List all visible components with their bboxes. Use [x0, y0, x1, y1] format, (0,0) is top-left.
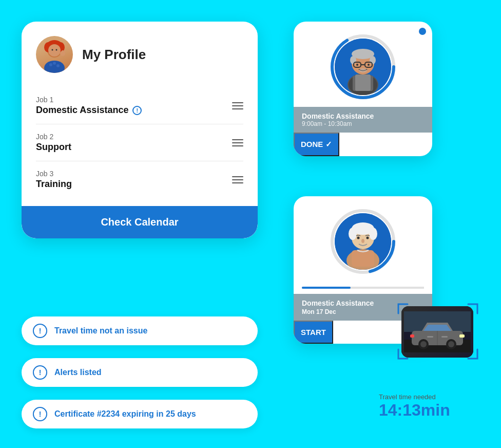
card-avatar-area-bottom	[294, 196, 432, 282]
menu-icon-job2[interactable]	[232, 139, 243, 146]
right-card-top: Domestic Assistance 9:00am - 10:30am DON…	[294, 22, 432, 156]
svg-rect-35	[352, 250, 374, 267]
svg-line-13	[64, 51, 65, 52]
svg-point-7	[53, 62, 56, 65]
done-button[interactable]: DONE ✓	[294, 133, 339, 156]
svg-point-9	[52, 49, 53, 51]
elder-woman-avatar	[335, 213, 391, 270]
start-button[interactable]: START	[294, 321, 333, 344]
elder-man-avatar	[335, 39, 391, 95]
service-name-top: Domestic Assistance	[302, 112, 424, 120]
alert-icon-2: !	[33, 365, 47, 380]
svg-point-38	[349, 228, 357, 240]
svg-point-41	[367, 237, 369, 239]
svg-point-4	[48, 44, 61, 57]
alert-icon-3: !	[33, 407, 47, 421]
left-profile-card: My Profile Job 1 Domestic Assistance ! J…	[22, 22, 258, 238]
info-icon-job1[interactable]: !	[132, 106, 142, 115]
job-item-1: Job 1 Domestic Assistance !	[36, 87, 243, 124]
notification-text-3: Certificate #2234 expiring in 25 days	[54, 409, 196, 419]
job-3-name: Training	[36, 179, 72, 190]
svg-point-24	[370, 56, 376, 64]
svg-point-42	[361, 239, 364, 243]
avatar-ring-top	[332, 36, 394, 98]
job-list: Job 1 Domestic Assistance ! Job 2 Suppor…	[36, 87, 243, 198]
service-time-top: 9:00am - 10:30am	[302, 120, 424, 127]
svg-point-29	[368, 64, 370, 66]
svg-point-39	[369, 228, 377, 240]
svg-point-23	[350, 56, 356, 64]
notification-pill-2[interactable]: ! Alerts listed	[22, 358, 258, 387]
alert-icon-1: !	[33, 324, 47, 338]
progress-bar	[302, 287, 424, 289]
profile-header: My Profile	[36, 36, 243, 73]
travel-label: Travel time needed	[379, 393, 450, 401]
job-1-label: Job 1	[36, 96, 142, 104]
travel-time-block: Travel time needed 14:13min	[379, 393, 450, 418]
job-2-label: Job 2	[36, 133, 71, 141]
card-avatar-area-top	[294, 22, 432, 107]
notification-pill-3[interactable]: ! Certificate #2234 expiring in 25 days	[22, 400, 258, 428]
svg-point-30	[359, 68, 367, 72]
job-item-3: Job 3 Training	[36, 161, 243, 198]
svg-point-40	[357, 237, 360, 239]
menu-icon-job1[interactable]	[232, 102, 243, 109]
job-item-2: Job 2 Support	[36, 124, 243, 161]
service-date-bottom: Mon 17 Dec	[302, 308, 336, 315]
svg-point-8	[56, 64, 60, 67]
notification-text-2: Alerts listed	[54, 368, 102, 377]
svg-rect-20	[355, 74, 371, 91]
notification-text-1: Travel time not an issue	[54, 326, 147, 335]
svg-point-10	[56, 49, 57, 51]
svg-point-6	[49, 63, 52, 66]
avatar	[36, 36, 73, 73]
card-info-bar-top: Domestic Assistance 9:00am - 10:30am	[294, 107, 432, 133]
job-3-label: Job 3	[36, 170, 72, 178]
avatar-ring-bottom	[332, 211, 394, 272]
travel-time: 14:13min	[379, 402, 450, 418]
notification-pill-1[interactable]: ! Travel time not an issue	[22, 316, 258, 345]
job-1-name: Domestic Assistance !	[36, 105, 142, 116]
profile-title: My Profile	[82, 47, 146, 63]
svg-point-28	[356, 64, 358, 66]
menu-icon-job3[interactable]	[232, 176, 243, 183]
check-calendar-button[interactable]: Check Calendar	[22, 206, 258, 238]
travel-info-section: Main Beach Macintosh Island Travel time …	[327, 383, 450, 427]
job-2-name: Support	[36, 142, 71, 153]
progress-fill	[302, 287, 351, 289]
